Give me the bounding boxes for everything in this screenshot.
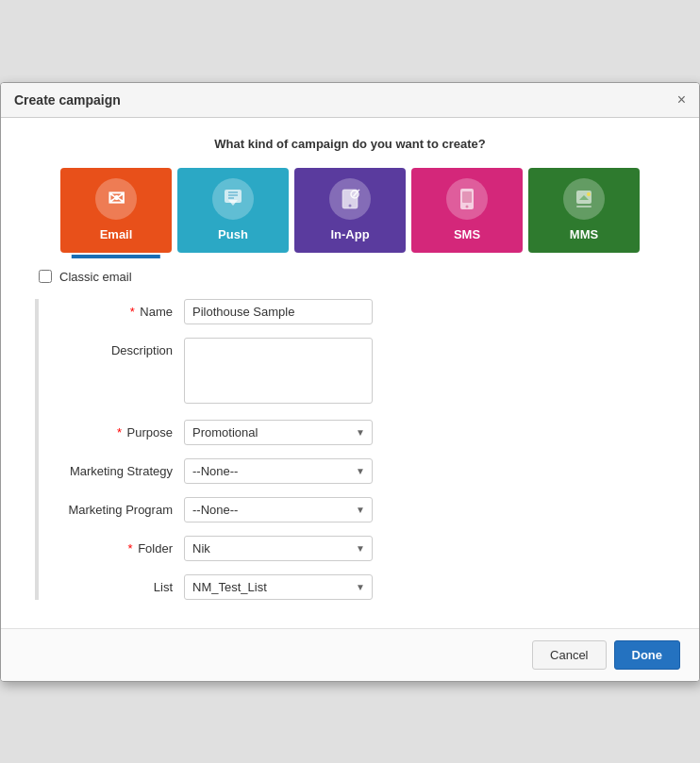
inapp-icon: [329, 178, 371, 220]
svg-point-6: [349, 205, 352, 207]
marketing-strategy-select-wrapper: --None-- ▼: [184, 458, 373, 484]
name-input[interactable]: [184, 299, 373, 324]
campaign-type-inapp[interactable]: In-App: [294, 168, 406, 253]
classic-email-row: Classic email: [39, 270, 671, 284]
marketing-program-label: Marketing Program: [52, 497, 184, 517]
marketing-program-select[interactable]: --None--: [184, 497, 373, 522]
classic-email-checkbox[interactable]: [39, 270, 52, 283]
dialog-footer: Cancel Done: [1, 628, 699, 681]
folder-select[interactable]: Nik: [184, 536, 373, 561]
list-select[interactable]: NM_Test_List: [184, 574, 373, 600]
svg-rect-16: [576, 206, 592, 207]
list-select-wrapper: NM_Test_List ▼: [184, 574, 373, 600]
purpose-required: *: [117, 425, 122, 440]
campaign-type-email[interactable]: ✉ Email: [60, 168, 172, 253]
purpose-control: Promotional Transactional Other ▼: [184, 420, 373, 445]
marketing-strategy-control: --None-- ▼: [184, 458, 373, 484]
dialog-header: Create campaign ×: [1, 83, 699, 118]
description-textarea[interactable]: [184, 338, 373, 404]
classic-email-label: Classic email: [59, 270, 132, 284]
mms-label: MMS: [570, 227, 598, 241]
folder-control: Nik ▼: [184, 536, 373, 561]
campaign-type-mms[interactable]: MMS: [528, 168, 640, 253]
name-label: * Name: [52, 299, 184, 319]
close-button[interactable]: ×: [677, 92, 686, 108]
cancel-button[interactable]: Cancel: [532, 640, 606, 670]
description-label: Description: [52, 338, 184, 357]
campaign-type-selector: ✉ Email Push: [29, 168, 671, 253]
marketing-strategy-select[interactable]: --None--: [184, 458, 373, 484]
marketing-program-select-wrapper: --None-- ▼: [184, 497, 373, 522]
purpose-select-wrapper: Promotional Transactional Other ▼: [184, 420, 373, 445]
folder-row: * Folder Nik ▼: [52, 536, 671, 561]
folder-select-wrapper: Nik ▼: [184, 536, 373, 561]
svg-point-12: [466, 206, 469, 208]
sms-icon: [446, 178, 488, 220]
folder-required: *: [127, 541, 132, 556]
marketing-program-row: Marketing Program --None-- ▼: [52, 497, 671, 522]
name-control: [184, 299, 373, 324]
svg-point-15: [587, 192, 591, 196]
create-campaign-dialog: Create campaign × What kind of campaign …: [0, 82, 700, 682]
svg-line-8: [358, 190, 359, 191]
mms-icon: [563, 178, 605, 220]
push-label: Push: [218, 227, 248, 241]
name-required: *: [130, 305, 135, 319]
campaign-type-sms[interactable]: SMS: [411, 168, 523, 253]
folder-label: * Folder: [52, 536, 184, 556]
description-control: [184, 338, 373, 406]
marketing-strategy-label: Marketing Strategy: [52, 458, 184, 478]
email-label: Email: [100, 227, 133, 241]
description-row: Description: [52, 338, 671, 406]
marketing-strategy-row: Marketing Strategy --None-- ▼: [52, 458, 671, 484]
svg-rect-11: [462, 191, 472, 203]
campaign-form: * Name Description * Purpose: [35, 299, 671, 600]
inapp-label: In-App: [330, 227, 369, 241]
purpose-label: * Purpose: [52, 420, 184, 440]
done-button[interactable]: Done: [614, 640, 681, 670]
push-icon: [212, 178, 254, 220]
list-control: NM_Test_List ▼: [184, 574, 373, 600]
purpose-select[interactable]: Promotional Transactional Other: [184, 420, 373, 445]
name-row: * Name: [52, 299, 671, 324]
purpose-row: * Purpose Promotional Transactional Othe…: [52, 420, 671, 445]
sms-label: SMS: [454, 227, 480, 241]
email-icon: ✉: [95, 178, 137, 220]
dialog-title: Create campaign: [14, 92, 121, 108]
dialog-body: What kind of campaign do you want to cre…: [1, 118, 699, 628]
campaign-question: What kind of campaign do you want to cre…: [29, 137, 671, 151]
campaign-type-push[interactable]: Push: [177, 168, 289, 253]
list-label: List: [52, 574, 184, 594]
list-row: List NM_Test_List ▼: [52, 574, 671, 600]
marketing-program-control: --None-- ▼: [184, 497, 373, 522]
